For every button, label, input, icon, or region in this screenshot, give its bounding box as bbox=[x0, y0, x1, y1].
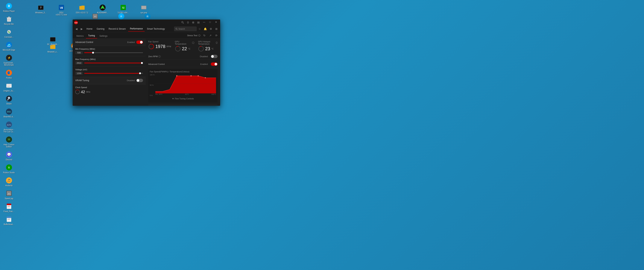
svg-point-80 bbox=[176, 46, 180, 51]
vram-toggle[interactable] bbox=[136, 79, 143, 82]
max-frequency-section: Max Frequency (MHz) 2910 bbox=[73, 56, 146, 67]
stress-test-button[interactable]: Stress Test ! bbox=[187, 34, 201, 37]
svg-rect-42 bbox=[8, 219, 10, 219]
expand-icon[interactable]: ⊞ bbox=[214, 27, 219, 31]
svg-rect-72 bbox=[197, 23, 200, 23]
desktop-icon-superposition[interactable]: ⚡ Superpositi...Benchmark bbox=[2, 53, 16, 67]
clock-display: 42 MHz bbox=[75, 90, 143, 94]
min-freq-label: Min Frequency (MHz) bbox=[75, 48, 143, 50]
search-box[interactable]: Search bbox=[174, 27, 196, 31]
svg-point-87 bbox=[198, 75, 199, 76]
desktop-icon-firefox[interactable]: Firefox bbox=[2, 68, 16, 80]
tab-metrics[interactable]: Metrics bbox=[74, 34, 86, 38]
coronavirus-label: Coronavi... bbox=[4, 36, 14, 38]
desktop-icon-bufferbloat[interactable]: Bufferbloat... bbox=[2, 215, 16, 226]
refresh-icon[interactable]: ↻ bbox=[202, 33, 207, 38]
desktop-icon-coronavirus[interactable]: 🦠 Coronavi... bbox=[2, 27, 16, 39]
forward-button[interactable]: ▶ bbox=[80, 27, 84, 31]
advanced-control-label: Advanced Control bbox=[75, 41, 93, 44]
voltage-track[interactable] bbox=[84, 73, 143, 74]
desktop-icon-ddu-exe[interactable]: Ⅶ DDU v18.0.7.2.exe bbox=[54, 3, 69, 17]
tab-tuning[interactable]: Tuning bbox=[86, 33, 97, 38]
min-freq-thumb[interactable] bbox=[92, 52, 94, 54]
gpu-temp-number: 22 bbox=[182, 46, 187, 51]
export-icon[interactable]: ↗ bbox=[208, 33, 213, 38]
desktop-icon-edge[interactable]: Microsoft Edge bbox=[2, 40, 16, 52]
chart-y-labels: 100 % 50 % 5 % bbox=[150, 74, 156, 96]
desktop-icon-roblox-player[interactable]: R Roblox Player bbox=[2, 2, 16, 13]
titlebar-search-icon[interactable] bbox=[180, 20, 185, 25]
voltage-thumb[interactable] bbox=[139, 72, 141, 74]
fixed-patc-label: Fixed_Patc... bbox=[4, 210, 14, 212]
desktop-icon-beamng[interactable]: BNG BeamNG.d... bbox=[2, 107, 16, 118]
nav-smart-technology[interactable]: Smart Technology bbox=[145, 26, 167, 32]
desktop-icon-roblox-studio[interactable]: R Roblox Studio bbox=[2, 163, 16, 174]
clock-value: 42 bbox=[81, 90, 85, 94]
filmandrl-label: filmandrl_s... bbox=[48, 51, 58, 53]
steam-icon bbox=[5, 95, 13, 102]
voltage-row: 1200 bbox=[75, 72, 143, 75]
star-icon[interactable]: ☆ bbox=[197, 27, 202, 31]
vram-label: VRAM Tuning bbox=[75, 79, 89, 82]
max-freq-thumb[interactable] bbox=[141, 62, 143, 64]
svg-text:R: R bbox=[146, 15, 148, 18]
edge-icon bbox=[5, 41, 13, 49]
desktop-icon-automation[interactable]: AUTO Automation - The Car Co... bbox=[2, 120, 16, 133]
minimize-button[interactable]: — bbox=[202, 20, 207, 24]
desktop-icon-steam[interactable]: Steam bbox=[2, 94, 16, 105]
stress-test-label: Stress Test bbox=[187, 34, 197, 37]
max-freq-track[interactable] bbox=[84, 63, 143, 63]
close-button[interactable]: ✕ bbox=[214, 20, 219, 24]
fine-tuning-controls[interactable]: ▼ Fine Tuning Controls bbox=[150, 96, 216, 101]
tab-settings[interactable]: Settings bbox=[97, 34, 110, 38]
superposition-icon: ⚡ bbox=[5, 54, 13, 62]
svg-rect-38 bbox=[8, 206, 10, 206]
svg-line-75 bbox=[177, 29, 178, 30]
fine-tuning-chevron: ▼ bbox=[172, 97, 174, 100]
desktop-icons-left: R Roblox Player Recycle Bin 🦠 Coronavi..… bbox=[0, 0, 18, 228]
desktop-icon-recycle-bin[interactable]: Recycle Bin bbox=[2, 15, 16, 26]
svg-rect-41 bbox=[7, 217, 11, 218]
titlebar-menu-icon[interactable] bbox=[196, 20, 201, 25]
power-header: Power Tuning Enabled bbox=[148, 104, 218, 106]
notification-icon[interactable]: 🔔 bbox=[203, 27, 208, 31]
gpu-hotspot-info-icon[interactable]: i bbox=[216, 42, 218, 44]
gpu-temp-info-icon[interactable]: i bbox=[192, 42, 194, 44]
svg-text:💬: 💬 bbox=[7, 153, 11, 157]
nav-home[interactable]: Home bbox=[84, 26, 94, 32]
beamng-label: BeamNG.d... bbox=[4, 116, 14, 118]
automation-icon: AUTO bbox=[5, 121, 13, 128]
zero-rpm-toggle[interactable] bbox=[211, 55, 218, 58]
maximize-button[interactable]: □ bbox=[208, 20, 213, 24]
roblox-play-mid-icon: R bbox=[144, 13, 151, 20]
nav-performance[interactable]: Performance bbox=[128, 26, 145, 32]
chart-area[interactable]: 100 % 50 % 5 % bbox=[150, 74, 216, 96]
max-freq-label: Max Frequency (MHz) bbox=[75, 58, 143, 60]
filmandrl-folder-desktop[interactable]: filmandrl_s... bbox=[45, 42, 60, 54]
desktop-icon-discord[interactable]: 💬 Discord bbox=[2, 150, 16, 162]
desktop-icon-halo[interactable]: H Halo Custom Edition bbox=[2, 135, 16, 149]
advanced-control-toggle[interactable] bbox=[136, 41, 143, 44]
zero-rpm-info-icon[interactable]: i bbox=[158, 55, 161, 58]
titlebar-gear-icon[interactable] bbox=[191, 20, 196, 25]
desktop-icon-fixed-patc[interactable]: Fixed_Patc... bbox=[2, 202, 16, 213]
desktop-icon-unigine[interactable]: Unigine_Su... bbox=[2, 81, 16, 93]
fan-speed-card: Fan Speed 1978 RPM bbox=[148, 41, 171, 52]
desktop-icon-audacity[interactable]: 🎵 Audacity bbox=[2, 176, 16, 187]
advanced-control-right-toggle[interactable] bbox=[211, 62, 218, 66]
desktop-icon-windows50[interactable]: 7 Windows_5... bbox=[33, 3, 48, 17]
svg-point-82 bbox=[199, 46, 204, 51]
min-freq-track[interactable] bbox=[84, 52, 143, 53]
svg-rect-71 bbox=[197, 22, 200, 22]
chart-x-62: 62°C bbox=[185, 93, 189, 96]
reset-icon[interactable]: ⟳ bbox=[214, 33, 219, 38]
back-button[interactable]: ◀ bbox=[74, 27, 79, 31]
main-content: Advanced Control Enabled Min Frequency (… bbox=[73, 39, 220, 106]
nav-record-stream[interactable]: Record & Stream bbox=[107, 26, 128, 32]
titlebar-bell-icon[interactable] bbox=[186, 20, 190, 25]
firefox-label: Firefox bbox=[6, 77, 12, 79]
settings-icon[interactable]: ⚙ bbox=[208, 27, 213, 31]
desktop-icon-speed[interactable]: JPG Speed.jpg bbox=[2, 189, 16, 200]
windows50-label: Windows_5... bbox=[35, 12, 46, 14]
nav-gaming[interactable]: Gaming bbox=[95, 26, 106, 32]
